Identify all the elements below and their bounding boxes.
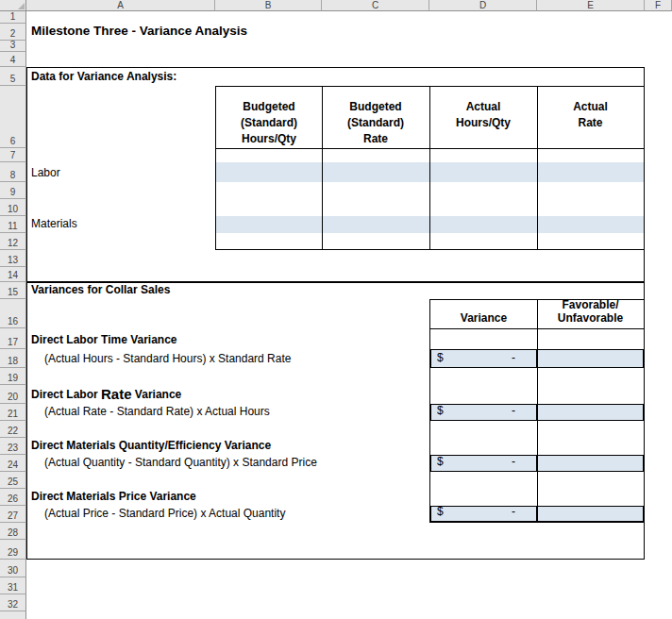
row-header-5[interactable]: 5 bbox=[0, 67, 26, 86]
row-header-23[interactable]: 23 bbox=[0, 438, 26, 455]
variance-formula-labor-time: (Actual Hours - Standard Hours) x Standa… bbox=[26, 349, 423, 368]
amount: - bbox=[512, 505, 515, 518]
variance-table: Variance Favorable/ Unfavorable $ - $ - … bbox=[429, 299, 645, 523]
row-header-31[interactable]: 31 bbox=[0, 577, 26, 594]
variance-formula-materials-price: (Actual Price - Standard Price) x Actual… bbox=[26, 506, 423, 523]
column-header-F[interactable]: F bbox=[645, 0, 672, 11]
row-header-30[interactable]: 30 bbox=[0, 560, 26, 577]
grid-line bbox=[430, 328, 644, 329]
variance-value-materials-quantity[interactable]: $ - bbox=[430, 455, 537, 472]
row-header-4[interactable]: 4 bbox=[0, 52, 26, 67]
row-header-1[interactable]: 1 bbox=[0, 11, 26, 24]
row-header-3[interactable]: 3 bbox=[0, 41, 26, 52]
worksheet-title: Milestone Three - Variance Analysis bbox=[26, 24, 432, 41]
row-header-16[interactable]: 16 bbox=[0, 299, 26, 328]
header-line: Actual bbox=[573, 99, 608, 115]
row-header-18[interactable]: 18 bbox=[0, 349, 26, 368]
row-header-8[interactable]: 8 bbox=[0, 162, 26, 182]
row-header-28[interactable]: 28 bbox=[0, 523, 26, 540]
currency-symbol: $ bbox=[437, 351, 444, 364]
header-budgeted-standard-rate: Budgeted (Standard) Rate bbox=[322, 87, 429, 148]
row-header-11[interactable]: 11 bbox=[0, 216, 26, 233]
variance-name-materials-price: Direct Materials Price Variance bbox=[26, 489, 423, 506]
header-line: Budgeted bbox=[349, 99, 401, 115]
row-header-15[interactable]: 15 bbox=[0, 282, 26, 299]
header-favorable-unfavorable: Favorable/ Unfavorable bbox=[537, 300, 644, 328]
header-line: (Standard) bbox=[347, 115, 404, 131]
currency-symbol: $ bbox=[437, 455, 444, 468]
column-header-E[interactable]: E bbox=[537, 0, 645, 11]
currency-symbol: $ bbox=[437, 505, 444, 518]
name-part: Variance bbox=[132, 388, 182, 401]
favorable-cell-materials-price[interactable] bbox=[537, 506, 644, 522]
variance-value-labor-rate[interactable]: $ - bbox=[430, 404, 537, 421]
variance-formula-materials-quantity: (Actual Quantity - Standard Quantity) x … bbox=[26, 455, 423, 472]
favorable-cell-labor-rate[interactable] bbox=[537, 404, 644, 421]
header-budgeted-standard-hours-qty: Budgeted (Standard) Hours/Qty bbox=[216, 87, 322, 148]
name-part: Direct Labor bbox=[31, 388, 101, 401]
column-header-B[interactable]: B bbox=[215, 0, 322, 11]
row-header-2[interactable]: 2 bbox=[0, 24, 26, 41]
variance-name-labor-time: Direct Labor Time Variance bbox=[26, 328, 423, 349]
row-header-22[interactable]: 22 bbox=[0, 421, 26, 438]
row-header-7[interactable]: 7 bbox=[0, 148, 26, 162]
row-header-13[interactable]: 13 bbox=[0, 250, 26, 267]
amount: - bbox=[512, 404, 515, 417]
row-header-6[interactable]: 6 bbox=[0, 86, 26, 148]
amount: - bbox=[512, 455, 515, 468]
header-line: Unfavorable bbox=[558, 311, 623, 325]
header-actual-rate: Actual Rate bbox=[537, 87, 644, 148]
header-line: Variance bbox=[461, 311, 507, 325]
row-header-32[interactable]: 32 bbox=[0, 594, 26, 611]
row-header-17[interactable]: 17 bbox=[0, 328, 26, 349]
header-line: Rate bbox=[578, 115, 602, 131]
column-header-D[interactable]: D bbox=[429, 0, 537, 11]
row-header-12[interactable]: 12 bbox=[0, 233, 26, 250]
column-header-A[interactable]: A bbox=[26, 0, 215, 11]
row-header-25[interactable]: 25 bbox=[0, 472, 26, 489]
row-header-10[interactable]: 10 bbox=[0, 199, 26, 216]
header-line: Actual bbox=[466, 99, 501, 115]
header-variance: Variance bbox=[430, 300, 537, 328]
variance-formula-labor-rate: (Actual Rate - Standard Rate) x Actual H… bbox=[26, 404, 423, 421]
variance-value-materials-price[interactable]: $ - bbox=[430, 506, 537, 522]
row-label-materials: Materials bbox=[26, 216, 215, 233]
amount: - bbox=[512, 351, 515, 364]
header-line: Rate bbox=[363, 131, 388, 147]
variance-value-labor-time[interactable]: $ - bbox=[430, 349, 537, 368]
currency-symbol: $ bbox=[437, 404, 444, 417]
select-all-corner[interactable] bbox=[0, 0, 26, 11]
variance-name-materials-quantity: Direct Materials Quantity/Efficiency Var… bbox=[26, 438, 423, 455]
variances-heading: Variances for Collar Sales bbox=[26, 282, 338, 299]
header-line: Hours/Qty bbox=[242, 131, 296, 147]
name-part-emphasized: Rate bbox=[101, 388, 132, 401]
row-header-26[interactable]: 26 bbox=[0, 489, 26, 506]
header-actual-hours-qty: Actual Hours/Qty bbox=[429, 87, 537, 148]
row-header-20[interactable]: 20 bbox=[0, 385, 26, 404]
row-header-partial bbox=[0, 611, 26, 619]
header-line: Hours/Qty bbox=[456, 115, 511, 131]
row-header-27[interactable]: 27 bbox=[0, 506, 26, 523]
data-input-table: Budgeted (Standard) Hours/Qty Budgeted (… bbox=[215, 86, 645, 250]
header-line: Favorable/ bbox=[562, 298, 618, 311]
row-header-9[interactable]: 9 bbox=[0, 182, 26, 199]
row-header-14[interactable]: 14 bbox=[0, 267, 26, 282]
row-header-19[interactable]: 19 bbox=[0, 368, 26, 385]
favorable-cell-materials-quantity[interactable] bbox=[537, 455, 644, 472]
row-header-21[interactable]: 21 bbox=[0, 404, 26, 421]
row-header-29[interactable]: 29 bbox=[0, 540, 26, 560]
data-section-heading: Data for Variance Analysis: bbox=[26, 67, 338, 86]
spreadsheet: Milestone Three - Variance Analysis Data… bbox=[0, 0, 672, 619]
favorable-cell-labor-time[interactable] bbox=[537, 349, 644, 368]
row-header-24[interactable]: 24 bbox=[0, 455, 26, 472]
grid-line bbox=[216, 148, 644, 149]
row-label-labor: Labor bbox=[26, 162, 215, 182]
variance-name-labor-rate: Direct Labor Rate Variance bbox=[26, 385, 423, 404]
column-header-C[interactable]: C bbox=[322, 0, 429, 11]
header-line: Budgeted bbox=[243, 99, 294, 115]
header-line: (Standard) bbox=[241, 115, 297, 131]
